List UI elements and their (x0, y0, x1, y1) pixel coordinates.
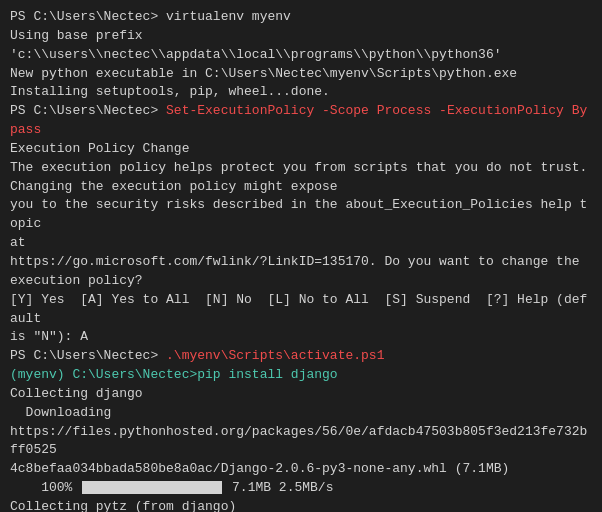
terminal-line: PS C:\Users\Nectec> Set-ExecutionPolicy … (10, 102, 592, 140)
terminal-line: at (10, 234, 592, 253)
terminal-line: execution policy? (10, 272, 592, 291)
progress-bar (82, 481, 222, 494)
terminal-line: (myenv) C:\Users\Nectec>pip install djan… (10, 366, 592, 385)
terminal-line: https://go.microsoft.com/fwlink/?LinkID=… (10, 253, 592, 272)
terminal-line: Downloading (10, 404, 592, 423)
terminal-line: The execution policy helps protect you f… (10, 159, 592, 178)
terminal-line: 100% 7.1MB 2.5MB/s (10, 479, 592, 498)
terminal-line: is "N"): A (10, 328, 592, 347)
terminal-line: you to the security risks described in t… (10, 196, 592, 234)
terminal-line: 'c:\\users\\nectec\\appdata\\local\\prog… (10, 46, 592, 65)
terminal-line: New python executable in C:\Users\Nectec… (10, 65, 592, 84)
terminal-line: https://files.pythonhosted.org/packages/… (10, 423, 592, 461)
terminal-line: Installing setuptools, pip, wheel...done… (10, 83, 592, 102)
terminal-line: PS C:\Users\Nectec> virtualenv myenv (10, 8, 592, 27)
terminal-line: PS C:\Users\Nectec> .\myenv\Scripts\acti… (10, 347, 592, 366)
terminal-line: Using base prefix (10, 27, 592, 46)
terminal-line: 4c8befaa034bbada580be8a0ac/Django-2.0.6-… (10, 460, 592, 479)
terminal: PS C:\Users\Nectec> virtualenv myenvUsin… (0, 0, 602, 512)
terminal-line: Execution Policy Change (10, 140, 592, 159)
terminal-line: Changing the execution policy might expo… (10, 178, 592, 197)
terminal-line: Collecting pytz (from django) (10, 498, 592, 512)
terminal-line: [Y] Yes [A] Yes to All [N] No [L] No to … (10, 291, 592, 329)
terminal-line: Collecting django (10, 385, 592, 404)
